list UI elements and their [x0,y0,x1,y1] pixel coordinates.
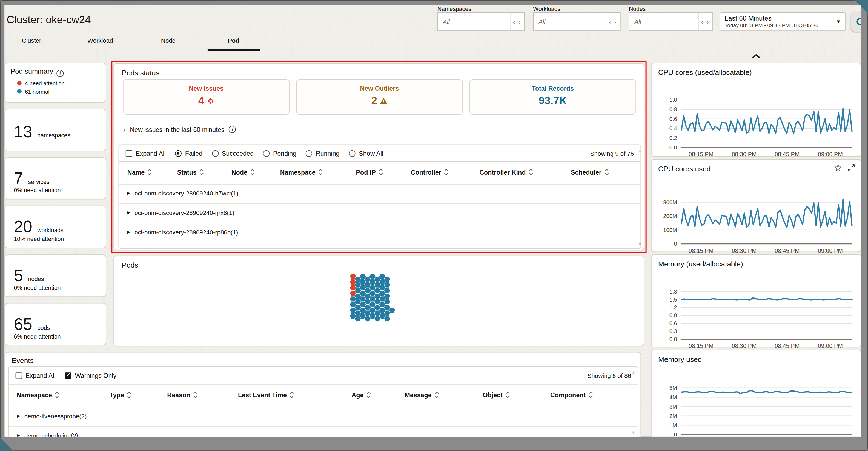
pod-hex-normal[interactable] [355,299,361,304]
pod-hex-normal[interactable] [355,293,361,299]
pod-hex-normal[interactable] [374,288,380,293]
pod-hex-normal[interactable] [379,308,385,313]
pod-hex-normal[interactable] [360,308,366,313]
row-expand-caret-icon[interactable]: ▶ [17,414,20,418]
pod-hex-normal[interactable] [355,288,361,293]
pod-hex-normal[interactable] [374,310,380,315]
workloads-filter-combobox[interactable]: All ‹ › [533,12,620,31]
pod-hex-normal[interactable] [374,293,380,299]
table-row[interactable]: ▶demo-livenessprobe(2) [9,406,638,426]
col-namespace[interactable]: Namespace [17,391,59,398]
table-row[interactable]: ▶oci-onm-discovery-28909240-rjrx8(1) [119,203,641,223]
info-icon[interactable]: i [229,126,236,133]
radio-show-all[interactable]: Show All [349,150,383,157]
col-name[interactable]: Name [127,168,152,175]
sort-icon[interactable] [318,168,323,175]
pod-hex-normal[interactable] [370,279,375,285]
pod-hex-normal[interactable] [355,316,361,321]
pod-hex-normal[interactable] [360,297,366,302]
col-object[interactable]: Object [483,391,510,398]
pod-hex-attention[interactable] [350,279,356,285]
pod-hex-normal[interactable] [370,302,375,307]
nodes-filter-combobox[interactable]: All ‹ › [629,12,713,31]
pod-hex-attention[interactable] [350,285,356,290]
pod-hex-normal[interactable] [379,302,385,307]
sort-icon[interactable] [434,391,439,398]
col-reason[interactable]: Reason [167,391,197,398]
col-last-event-time[interactable]: Last Event Time [238,391,294,398]
pod-hex-normal[interactable] [365,299,371,304]
row-expand-caret-icon[interactable]: ▶ [17,433,20,437]
col-namespace[interactable]: Namespace [280,168,323,175]
pod-hex-normal[interactable] [365,305,371,310]
workloads-summary-card[interactable]: 20workloads 10% need attention [4,206,106,248]
sort-icon[interactable] [529,168,533,175]
pod-hex-normal[interactable] [384,282,390,287]
sort-icon[interactable] [444,168,448,175]
new-issues-stat-card[interactable]: New Issues 4 [123,79,289,115]
sort-icon[interactable] [378,168,383,175]
col-scheduler[interactable]: Scheduler [571,168,609,175]
expand-all-option[interactable]: Expand All [126,150,166,157]
scroll-down-icon[interactable]: ▼ [631,430,636,435]
pod-hex-normal[interactable] [350,297,356,302]
pod-hex-attention[interactable] [350,274,356,279]
pod-hex-normal[interactable] [374,305,380,310]
pod-hex-normal[interactable] [379,285,385,290]
pods-summary-card[interactable]: 65pods 6% need attention [4,303,106,345]
events-expand-all-option[interactable]: Expand All [16,372,56,378]
pod-hex-normal[interactable] [370,291,375,296]
sort-icon[interactable] [199,168,204,175]
col-type[interactable]: Type [110,391,131,398]
collapse-filters-chevron[interactable] [752,51,761,61]
pod-hex-normal[interactable] [379,313,385,318]
combobox-stepper-icons[interactable]: ‹ › [510,12,524,30]
col-age[interactable]: Age [351,391,371,398]
pod-hex-normal[interactable] [365,310,371,315]
pod-hex-normal[interactable] [384,277,390,282]
sort-icon[interactable] [588,391,593,398]
radio-pending[interactable]: Pending [263,150,297,157]
radio-succeeded[interactable]: Succeeded [212,150,254,157]
pod-hex-normal[interactable] [360,313,366,318]
sort-icon[interactable] [193,391,197,398]
warnings-only-option[interactable]: Warnings Only [65,372,116,378]
col-component[interactable]: Component [550,391,593,398]
sort-icon[interactable] [55,391,59,398]
pod-hex-normal[interactable] [360,291,366,296]
table-row[interactable]: ▶oci-onm-discovery-28909240-h7wzt(1) [119,184,641,203]
star-icon[interactable] [834,164,842,172]
tab-workload[interactable]: Workload [87,37,113,44]
col-node[interactable]: Node [231,168,254,175]
pod-hex-normal[interactable] [379,279,385,285]
col-controller[interactable]: Controller [411,168,448,175]
tab-node[interactable]: Node [161,37,176,44]
radio-running[interactable]: Running [306,150,340,157]
row-expand-caret-icon[interactable]: ▶ [127,210,130,215]
pod-hex-normal[interactable] [370,285,375,290]
combobox-stepper-icons[interactable]: ‹ › [698,12,713,30]
pod-hex-normal[interactable] [355,305,361,310]
sort-icon[interactable] [289,391,294,398]
pod-hex-normal[interactable] [384,288,390,293]
pod-hex-normal[interactable] [374,277,380,282]
sort-icon[interactable] [604,168,609,175]
col-pod-ip[interactable]: Pod IP [356,168,383,175]
pod-hex-normal[interactable] [370,274,375,279]
radio-failed[interactable]: Failed [175,150,203,157]
pod-hex-normal[interactable] [365,316,371,321]
sort-icon[interactable] [366,391,371,398]
scroll-down-icon[interactable]: ▼ [638,242,642,247]
tab-cluster[interactable]: Cluster [22,37,41,44]
services-summary-card[interactable]: 7services 0% need attention [4,158,106,200]
col-controller-kind[interactable]: Controller Kind [479,168,533,175]
pod-hex-normal[interactable] [360,274,366,279]
refresh-button[interactable] [851,11,861,31]
nodes-summary-card[interactable]: 5nodes 0% need attention [4,254,106,297]
pod-hex-normal[interactable] [355,310,361,315]
pod-hex-normal[interactable] [374,316,380,321]
sort-icon[interactable] [127,391,131,398]
sort-icon[interactable] [250,168,254,175]
expand-icon[interactable] [847,164,855,172]
pod-hex-normal[interactable] [384,299,390,304]
